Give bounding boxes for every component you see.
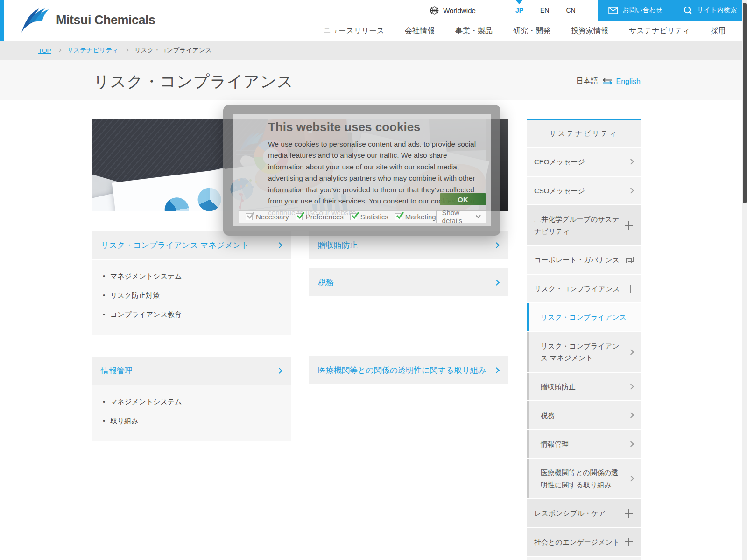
breadcrumb-top[interactable]: TOP xyxy=(38,47,51,54)
lang-cn[interactable]: CN xyxy=(557,7,584,14)
list-item[interactable]: マネジメントシステム xyxy=(103,272,280,281)
sidebar-item-tax[interactable]: 税務 xyxy=(527,401,641,429)
plus-icon xyxy=(625,538,633,546)
worldwide-selector[interactable]: Worldwide xyxy=(416,0,493,21)
nav-products[interactable]: 事業・製品 xyxy=(455,26,493,36)
sidebar-item-responsible-care[interactable]: レスポンシブル・ケア xyxy=(527,499,641,527)
page: Mitsui Chemicals Worldwide JP EN CN xyxy=(0,0,747,560)
list-item[interactable]: コンプライアンス教育 xyxy=(103,310,280,319)
sidebar-item-social-engagement[interactable]: 社会とのエンゲージメント xyxy=(527,528,641,556)
checkbox-label: Necessary xyxy=(256,213,289,221)
globe-icon xyxy=(430,6,439,15)
utility-row: Worldwide JP EN CN お問い合わせ サイト内検索 xyxy=(416,0,747,21)
scrollbar-track[interactable] xyxy=(742,0,747,560)
sidebar-item-label: 医療機関等との関係の透明性に関する取り組み xyxy=(541,467,625,490)
sidebar-item-corporate-governance[interactable]: コーポレート・ガバナンス xyxy=(527,246,641,274)
checkbox-icon xyxy=(350,213,357,220)
card-grid: リスク・コンプライアンス マネジメント マネジメントシステム リスク防止対策 コ… xyxy=(92,231,508,441)
lang-jp[interactable]: JP xyxy=(507,7,532,14)
sidebar-item-risk-compliance-current[interactable]: リスク・コンプライアンス xyxy=(527,303,641,331)
show-details-label: Show details xyxy=(442,209,472,224)
sidebar-item-label: 情報管理 xyxy=(541,438,569,450)
card-sublinks: マネジメントシステム リスク防止対策 コンプライアンス教育 xyxy=(92,260,291,335)
sidebar-item-information-management[interactable]: 情報管理 xyxy=(527,430,641,458)
checkbox-statistics[interactable]: Statistics xyxy=(350,213,388,221)
breadcrumb-separator-icon xyxy=(125,48,128,52)
checkbox-label: Marketing xyxy=(405,213,436,221)
show-details-dropdown[interactable]: Show details xyxy=(436,210,486,223)
sidebar-item-label: レスポンシブル・ケア xyxy=(534,507,606,519)
card-information-management: 情報管理 マネジメントシステム 取り組み xyxy=(92,357,291,441)
worldwide-label: Worldwide xyxy=(443,7,476,14)
sidebar-item-label: リスク・コンプライアンス xyxy=(534,283,620,295)
checkbox-icon xyxy=(395,213,402,220)
card-title: リスク・コンプライアンス マネジメント xyxy=(101,240,249,251)
nav-sustainability[interactable]: サステナビリティ xyxy=(629,26,690,36)
list-item[interactable]: 取り組み xyxy=(103,417,280,426)
title-band: リスク・コンプライアンス 日本語 English xyxy=(0,60,747,100)
cookie-ok-button[interactable]: OK xyxy=(440,193,486,205)
card-column-left: リスク・コンプライアンス マネジメント マネジメントシステム リスク防止対策 コ… xyxy=(92,231,291,441)
sidebar-item-medical-transparency[interactable]: 医療機関等との関係の透明性に関する取り組み xyxy=(527,459,641,498)
chevron-right-icon xyxy=(276,368,282,374)
card-column-right: 贈収賄防止 税務 医療機関等との関係の透明性に関する取り組み xyxy=(309,231,508,441)
card-title: 税務 xyxy=(318,277,334,288)
card-title: 情報管理 xyxy=(101,365,133,376)
brand-name: Mitsui Chemicals xyxy=(56,13,155,28)
nav-rd[interactable]: 研究・開発 xyxy=(513,26,550,36)
sidebar-title[interactable]: サステナビリティ xyxy=(527,120,641,147)
card-link-tax[interactable]: 税務 xyxy=(309,268,508,296)
contact-button[interactable]: お問い合わせ xyxy=(598,0,673,21)
scrollbar-thumb[interactable] xyxy=(743,3,747,203)
card-sublinks: マネジメントシステム 取り組み xyxy=(92,385,291,441)
list-item[interactable]: リスク防止対策 xyxy=(103,291,280,300)
checkbox-label: Statistics xyxy=(360,213,388,221)
sidebar-item-group-sustainability[interactable]: 三井化学グループのサステナビリティ xyxy=(527,205,641,245)
checkbox-icon xyxy=(246,213,253,220)
logo[interactable]: Mitsui Chemicals xyxy=(21,7,155,34)
checkbox-preferences[interactable]: Preferences xyxy=(296,213,344,221)
nav-careers[interactable]: 採用 xyxy=(711,26,726,36)
checkbox-icon xyxy=(296,213,303,220)
card-link-information-management[interactable]: 情報管理 xyxy=(92,357,291,385)
sidebar-item-anti-bribery[interactable]: 贈収賄防止 xyxy=(527,373,641,401)
nav-ir[interactable]: 投資家情報 xyxy=(571,26,608,36)
lang-en[interactable]: EN xyxy=(532,7,557,14)
nav-news[interactable]: ニュースリリース xyxy=(324,26,384,36)
chevron-right-icon xyxy=(628,349,634,355)
chevron-right-icon xyxy=(628,159,634,165)
breadcrumb-sustainability[interactable]: サステナビリティ xyxy=(67,46,119,55)
chevron-right-icon xyxy=(493,242,500,248)
search-icon xyxy=(684,6,692,15)
sidebar-item-ceo-message[interactable]: CEOメッセージ xyxy=(527,148,641,176)
sidebar-item-label: CEOメッセージ xyxy=(534,156,585,168)
cookie-consent-dialog: This website uses cookies We use cookies… xyxy=(223,105,500,236)
chevron-right-icon xyxy=(628,476,634,482)
cookie-consent-row: Necessary Preferences Statistics xyxy=(239,210,486,223)
card-link-medical-transparency[interactable]: 医療機関等との関係の透明性に関する取り組み xyxy=(309,356,508,384)
external-link-icon xyxy=(626,257,633,263)
lang-current-label: 日本語 xyxy=(576,77,599,86)
sidebar-item-label: リスク・コンプライアンス マネジメント xyxy=(541,340,625,364)
nav-company[interactable]: 会社情報 xyxy=(405,26,435,36)
breadcrumb: TOP サステナビリティ リスク・コンプライアンス xyxy=(0,41,747,60)
checkbox-marketing[interactable]: Marketing xyxy=(395,213,436,221)
site-search-button[interactable]: サイト内検索 xyxy=(673,0,747,21)
plus-icon xyxy=(625,221,633,230)
sidebar-item-risk-compliance-parent[interactable]: リスク・コンプライアンス xyxy=(527,275,641,303)
checkbox-label: Preferences xyxy=(306,213,344,221)
sidebar-item-cso-message[interactable]: CSOメッセージ xyxy=(527,177,641,205)
chevron-right-icon xyxy=(628,412,634,418)
card-title: 医療機関等との関係の透明性に関する取り組み xyxy=(318,365,486,376)
page-title: リスク・コンプライアンス xyxy=(93,71,294,92)
site-search-label: サイト内検索 xyxy=(697,6,737,14)
sidebar-item-policy-list[interactable]: 方針一覧 xyxy=(527,557,641,560)
sidebar-item-label: リスク・コンプライアンス xyxy=(541,311,627,323)
plus-icon xyxy=(625,509,633,518)
sidebar-item-label: 三井化学グループのサステナビリティ xyxy=(534,213,621,237)
checkbox-necessary[interactable]: Necessary xyxy=(246,213,289,221)
sidebar-item-label: コーポレート・ガバナンス xyxy=(534,254,620,266)
lang-english-link[interactable]: English xyxy=(616,77,641,86)
sidebar-item-risk-compliance-management[interactable]: リスク・コンプライアンス マネジメント xyxy=(527,332,641,372)
list-item[interactable]: マネジメントシステム xyxy=(103,398,280,406)
